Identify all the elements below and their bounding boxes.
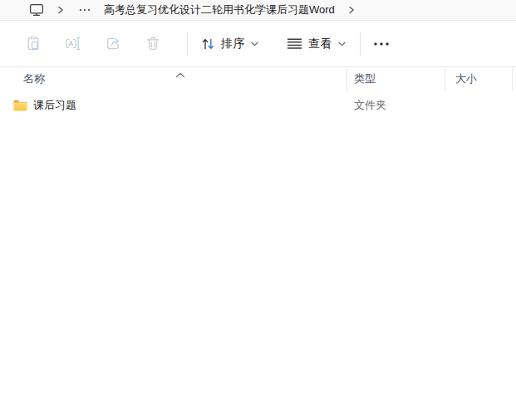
delete-button[interactable] bbox=[140, 31, 166, 57]
column-header-row: 名称 类型 大小 bbox=[0, 67, 516, 90]
toolbar-separator bbox=[360, 32, 361, 56]
share-button[interactable] bbox=[100, 31, 126, 57]
toolbar-separator bbox=[187, 32, 188, 56]
column-header-name[interactable]: 名称 bbox=[0, 67, 346, 90]
sort-ascending-icon bbox=[175, 68, 185, 81]
file-list: 课后习题 文件夹 bbox=[0, 90, 516, 117]
list-lines-icon bbox=[287, 38, 302, 50]
file-row[interactable]: 课后习题 文件夹 bbox=[0, 94, 516, 117]
this-pc-icon[interactable] bbox=[27, 1, 46, 19]
file-name: 课后习题 bbox=[33, 98, 76, 113]
folder-icon bbox=[13, 100, 27, 111]
paste-button[interactable] bbox=[20, 31, 47, 57]
chevron-down-icon bbox=[251, 42, 258, 46]
breadcrumb-overflow-button[interactable] bbox=[77, 2, 92, 17]
sort-arrows-icon bbox=[201, 37, 215, 51]
rename-button[interactable] bbox=[60, 31, 86, 57]
column-header-type[interactable]: 类型 bbox=[346, 67, 445, 90]
share-icon bbox=[106, 36, 121, 51]
more-options-button[interactable] bbox=[367, 31, 396, 57]
view-button[interactable]: 查看 bbox=[280, 29, 352, 59]
rename-icon bbox=[65, 36, 81, 51]
view-button-label: 查看 bbox=[308, 37, 332, 51]
file-type-cell: 文件夹 bbox=[346, 98, 445, 113]
ellipsis-icon bbox=[79, 8, 91, 12]
column-header-type-label: 类型 bbox=[354, 71, 376, 86]
monitor-icon bbox=[29, 3, 44, 17]
column-header-name-label: 名称 bbox=[23, 71, 45, 86]
toolbar: 排序 查看 bbox=[0, 21, 516, 67]
breadcrumb-path[interactable]: 高考总复习优化设计二轮用书化学课后习题Word bbox=[104, 2, 335, 17]
paste-icon bbox=[26, 36, 42, 51]
chevron-right-icon[interactable] bbox=[348, 6, 355, 14]
column-header-size[interactable]: 大小 bbox=[445, 67, 513, 90]
file-name-cell: 课后习题 bbox=[0, 98, 346, 113]
sort-button[interactable]: 排序 bbox=[194, 29, 265, 59]
more-options-icon bbox=[374, 42, 389, 46]
column-header-size-label: 大小 bbox=[455, 71, 477, 86]
address-bar: 高考总复习优化设计二轮用书化学课后习题Word bbox=[0, 0, 516, 21]
sort-button-label: 排序 bbox=[221, 37, 245, 51]
file-explorer-window: 高考总复习优化设计二轮用书化学课后习题Word bbox=[0, 0, 516, 420]
delete-icon bbox=[145, 36, 160, 51]
chevron-right-icon bbox=[57, 6, 64, 14]
chevron-down-icon bbox=[338, 42, 346, 46]
